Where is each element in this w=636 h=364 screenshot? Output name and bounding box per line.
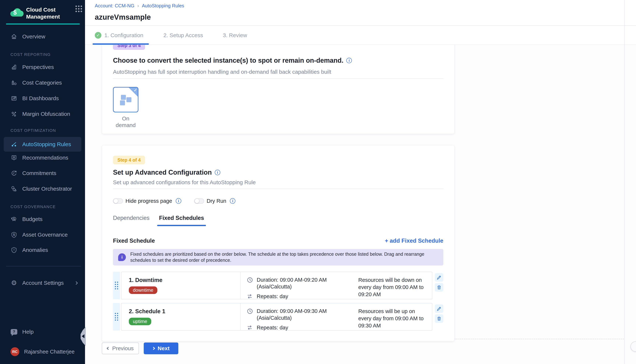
- cloud-cost-logo-icon: $: [9, 6, 25, 19]
- sidebar-item-cost-categories[interactable]: Cost Categories: [0, 76, 85, 89]
- user-profile[interactable]: RC Rajarshee Chatterjee: [0, 345, 85, 358]
- wizard-step-review[interactable]: 3. Review: [223, 26, 247, 44]
- tab-fixed-schedules[interactable]: Fixed Schedules: [159, 215, 204, 221]
- bar-chart-icon: [11, 64, 18, 70]
- info-icon[interactable]: [230, 198, 235, 204]
- sidebar-item-bi-dashboards[interactable]: BI Dashboards: [0, 92, 85, 105]
- sidebar-group-cost-reporting: COST REPORTING: [11, 52, 51, 57]
- schedule-description: Resources will be down on every day from…: [358, 276, 428, 298]
- page-header: Account: CCM-NG › AutoStopping Rules azu…: [85, 0, 636, 26]
- schedule-row-card: 2. Schedule 1 uptime: [121, 303, 432, 330]
- sidebar-item-anomalies[interactable]: ! Anomalies: [0, 244, 85, 256]
- card-heading: Choose to convert the selected instance(…: [113, 56, 344, 64]
- wizard-footer: Previous Next: [102, 342, 178, 354]
- delete-schedule-button[interactable]: [435, 283, 443, 292]
- info-icon[interactable]: [215, 170, 220, 175]
- schedule-row-uptime: 2. Schedule 1 uptime: [113, 303, 443, 330]
- card-heading: Set up Advanced Configuration: [113, 168, 212, 176]
- active-step-underline: [93, 44, 149, 45]
- drag-handle[interactable]: [113, 303, 120, 330]
- sidebar-item-budgets[interactable]: $ Budgets: [0, 213, 85, 226]
- wizard-step-label: 3. Review: [223, 32, 247, 38]
- collapse-arrow-icon: [82, 334, 85, 338]
- square-glyph: [120, 100, 125, 105]
- wizard-step-label: 1. Configuration: [104, 32, 143, 38]
- shield-dollar-icon: $: [11, 231, 18, 238]
- dollar-glyph: $: [11, 231, 18, 238]
- delete-schedule-button[interactable]: [435, 314, 443, 323]
- main-area: Account: CCM-NG › AutoStopping Rules azu…: [85, 0, 636, 364]
- sidebar-item-asset-governance[interactable]: $ Asset Governance: [0, 228, 85, 241]
- sidebar-item-label: Margin Obfuscation: [22, 111, 70, 117]
- chevron-right-icon: [152, 347, 155, 350]
- schedule-timing-column: Duration: 09:00 AM-09:30 AM (Asia/Calcut…: [240, 303, 358, 330]
- sidebar-item-label: AutoStopping Rules: [22, 141, 71, 148]
- repeat-icon: [246, 324, 253, 331]
- fixed-schedule-header-row: Fixed Schedule + add Fixed Schedule: [113, 238, 443, 244]
- duration-text: Duration: 09:00 AM-09:30 AM (Asia/Calcut…: [257, 308, 351, 321]
- scroll-content: Step 3 of 4 Choose to convert the select…: [85, 45, 636, 364]
- breadcrumb-page-link[interactable]: AutoStopping Rules: [142, 3, 184, 9]
- sidebar-item-label: Recommendations: [22, 154, 68, 161]
- add-fixed-schedule-button[interactable]: + add Fixed Schedule: [385, 238, 443, 244]
- on-demand-label: On demand: [113, 115, 138, 128]
- edit-schedule-button[interactable]: [435, 273, 443, 282]
- sidebar-divider: [6, 266, 81, 266]
- hide-progress-toggle-group: Hide progress page: [113, 198, 181, 204]
- sidebar-item-label: Budgets: [22, 216, 43, 222]
- app-window: $ Cloud Cost Management Overview COST RE…: [0, 0, 636, 364]
- schedule-name-column: 1. Downtime downtime: [121, 272, 240, 299]
- sidebar-item-help[interactable]: Help: [0, 326, 85, 338]
- sidebar-item-label: Help: [22, 329, 34, 335]
- toggle-label: Dry Run: [207, 198, 226, 204]
- page-title: azureVmsample: [95, 13, 151, 21]
- tab-dependencies[interactable]: Dependencies: [113, 215, 149, 221]
- sidebar-item-recommendations[interactable]: Recommendations: [0, 151, 85, 164]
- sidebar-item-overview[interactable]: Overview: [0, 30, 85, 43]
- commitments-clock-icon: [11, 170, 18, 177]
- schedule-description: Resources will be up on every day from 0…: [358, 308, 428, 329]
- sidebar-item-commitments[interactable]: Commitments: [0, 167, 85, 180]
- info-icon[interactable]: [346, 58, 352, 63]
- edit-schedule-button[interactable]: [435, 304, 443, 313]
- priority-info-banner: Fixed schedules are prioritized based on…: [113, 249, 443, 266]
- hide-progress-toggle[interactable]: [113, 198, 123, 204]
- wizard-step-label: 2. Setup Access: [163, 32, 203, 38]
- app-switcher-grid-icon[interactable]: [76, 6, 77, 7]
- shapes-icon: [11, 79, 18, 86]
- card-subheading: Set up advanced configurations for this …: [113, 179, 443, 186]
- next-button[interactable]: Next: [144, 342, 178, 354]
- scrollbar-track[interactable]: [624, 0, 624, 364]
- product-title: Cloud Cost Management: [26, 6, 60, 20]
- breadcrumb-account-link[interactable]: Account: CCM-NG: [95, 3, 134, 9]
- toggle-label: Hide progress page: [126, 198, 172, 204]
- cluster-hexagons-icon: [11, 185, 18, 192]
- sidebar-item-perspectives[interactable]: Perspectives: [0, 61, 85, 74]
- schedule-row-downtime: 1. Downtime downtime: [113, 272, 443, 299]
- sidebar-item-label: Account Settings: [22, 280, 64, 286]
- dollar-glyph: $: [13, 9, 17, 16]
- sidebar-item-label: Anomalies: [22, 247, 48, 253]
- sidebar-item-account-settings[interactable]: ⚙ Account Settings: [0, 276, 85, 289]
- user-name: Rajarshee Chatterjee: [24, 349, 75, 355]
- info-icon[interactable]: [176, 198, 181, 204]
- drag-handle[interactable]: [113, 272, 120, 299]
- card-heading-row: Set up Advanced Configuration: [113, 168, 443, 176]
- sidebar: $ Cloud Cost Management Overview COST RE…: [0, 0, 85, 364]
- sidebar-item-label: Cluster Orchestrator: [22, 186, 72, 192]
- on-demand-tile[interactable]: [113, 87, 138, 112]
- selected-check-icon: [134, 88, 137, 93]
- wizard-step-configuration[interactable]: 1. Configuration: [95, 26, 143, 44]
- row-actions: [435, 303, 443, 330]
- sidebar-item-autostopping-rules[interactable]: AutoStopping Rules: [4, 137, 81, 152]
- schedule-description-column: Resources will be up on every day from 0…: [358, 303, 432, 330]
- previous-button[interactable]: Previous: [102, 342, 139, 354]
- sidebar-item-margin-obfuscation[interactable]: Margin Obfuscation: [0, 108, 85, 120]
- percent-icon: [11, 110, 18, 118]
- wizard-step-setup-access[interactable]: 2. Setup Access: [163, 26, 203, 44]
- home-icon: [11, 33, 18, 40]
- dry-run-toggle[interactable]: [194, 198, 204, 204]
- sidebar-item-label: Cost Categories: [22, 80, 62, 86]
- sidebar-accent-divider: [6, 24, 80, 24]
- sidebar-item-cluster-orchestrator[interactable]: Cluster Orchestrator: [0, 182, 85, 195]
